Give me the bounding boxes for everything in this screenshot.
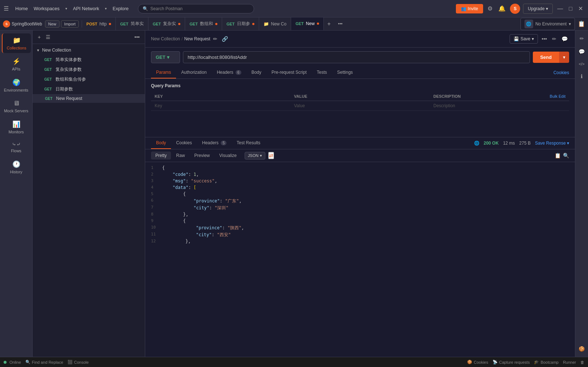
tab-tests[interactable]: Tests <box>312 67 332 78</box>
tab-get-date[interactable]: GET 日期参 <box>222 17 259 31</box>
copy-response-button[interactable]: 📋 <box>555 153 561 158</box>
tab-label: New <box>306 21 315 26</box>
request-tabs: Params Authorization Headers 6 Body Pre-… <box>145 67 575 79</box>
new-collection-button[interactable]: + <box>36 33 42 41</box>
invite-button[interactable]: 👥 Invite <box>456 4 483 13</box>
import-button[interactable]: Import <box>61 20 79 28</box>
menu-icon[interactable]: ☰ <box>4 5 9 12</box>
pencil-right-icon[interactable]: ✏ <box>577 33 586 44</box>
trash-button[interactable]: 🗑 <box>580 360 584 364</box>
save-response-button[interactable]: Save Response ▾ <box>535 141 569 146</box>
method-badge: GET <box>43 67 53 72</box>
method-badge: GET <box>43 57 53 62</box>
search-bar[interactable]: 🔍 Search Postman <box>138 4 254 13</box>
runner-button[interactable]: Runner <box>563 360 576 364</box>
comment-right-icon[interactable]: 💬 <box>576 47 587 57</box>
upgrade-button[interactable]: Upgrade ▾ <box>523 4 553 14</box>
list-item[interactable]: GET New Request <box>33 94 145 103</box>
panel-more-button[interactable]: ••• <box>133 33 141 41</box>
sidebar-item-history[interactable]: 🕐 History <box>2 157 31 177</box>
tab-add-button[interactable]: + <box>324 21 334 27</box>
share-link-icon[interactable]: 🔗 <box>220 35 229 43</box>
resp-tab-body[interactable]: Body <box>151 137 171 149</box>
list-item[interactable]: GET 简单实体参数 <box>33 55 145 65</box>
list-item[interactable]: GET 复杂实体参数 <box>33 65 145 74</box>
sidebar-item-flows[interactable]: ⤷⤶ Flows <box>2 138 31 156</box>
edit-name-icon[interactable]: ✏ <box>212 35 219 43</box>
save-button[interactable]: 💾 Save ▾ <box>510 34 538 44</box>
search-response-button[interactable]: 🔍 <box>563 153 569 158</box>
pencil-icon[interactable]: ✏ <box>551 35 558 43</box>
tab-more-button[interactable]: ••• <box>334 21 346 27</box>
tab-settings[interactable]: Settings <box>332 67 358 78</box>
tab-folder-newco[interactable]: 📁 New Co <box>259 17 291 31</box>
format-selector[interactable]: JSON ▾ <box>245 152 265 160</box>
notification-icon[interactable]: 🔔 <box>497 4 507 13</box>
code-right-icon[interactable]: </> <box>577 60 587 68</box>
online-status[interactable]: Online <box>4 360 21 364</box>
code-line: 12 }, <box>145 238 575 245</box>
nav-home[interactable]: Home <box>13 4 30 13</box>
console-button[interactable]: ⬛ Console <box>68 360 89 364</box>
window-close-icon[interactable]: ✕ <box>577 4 584 13</box>
value-input[interactable] <box>294 103 426 108</box>
body-tab-raw[interactable]: Raw <box>172 152 189 160</box>
cookie-right-icon[interactable]: 🍪 <box>576 344 587 354</box>
method-selector[interactable]: GET ▾ <box>151 51 180 63</box>
tab-params[interactable]: Params <box>151 67 176 78</box>
breadcrumb-collection[interactable]: New Collection <box>151 36 180 41</box>
body-tab-visualize[interactable]: Visualize <box>215 152 241 160</box>
tab-pre-request[interactable]: Pre-request Script <box>266 67 312 78</box>
nav-explore[interactable]: Explore <box>110 4 131 13</box>
more-options-button[interactable]: ••• <box>540 35 548 43</box>
url-input[interactable] <box>183 51 530 63</box>
filter-button[interactable]: ☰ <box>44 33 52 41</box>
invite-icon: 👥 <box>461 6 466 11</box>
list-item[interactable]: GET 数组和集合传参 <box>33 74 145 84</box>
tab-authorization[interactable]: Authorization <box>176 67 212 78</box>
sidebar-mock-label: Mock Servers <box>4 109 28 113</box>
capture-requests-button[interactable]: 📡 Capture requests <box>493 360 530 364</box>
comment-icon[interactable]: 💬 <box>560 35 569 43</box>
send-dropdown-button[interactable]: ▾ <box>559 52 569 63</box>
new-button[interactable]: New <box>45 20 60 28</box>
tab-headers[interactable]: Headers 6 <box>212 67 246 78</box>
window-maximize-icon[interactable]: □ <box>567 4 574 13</box>
resp-tab-headers[interactable]: Headers 5 <box>197 137 232 149</box>
resp-tab-cookies[interactable]: Cookies <box>171 137 197 149</box>
environment-panel-toggle[interactable]: 📋 <box>576 19 587 29</box>
tab-post-http[interactable]: POST http <box>82 17 116 31</box>
wrap-button[interactable]: ⇄ <box>268 152 274 159</box>
bootcamp-button[interactable]: 🎓 Bootcamp <box>534 360 559 364</box>
body-tab-preview[interactable]: Preview <box>190 152 214 160</box>
response-size: 275 B <box>519 141 531 146</box>
tab-get-complex[interactable]: GET 复杂实 <box>148 17 185 31</box>
sidebar-item-environments[interactable]: 🌍 Environments <box>2 76 31 95</box>
resp-tab-test-results[interactable]: Test Results <box>232 137 265 149</box>
description-input[interactable] <box>433 103 565 108</box>
nav-workspaces[interactable]: Workspaces <box>32 4 62 13</box>
bootcamp-icon: 🎓 <box>534 360 539 364</box>
sidebar-item-apis[interactable]: ⚡ APIs <box>2 55 31 74</box>
find-replace-button[interactable]: 🔍 Find and Replace <box>25 360 63 364</box>
body-tab-pretty[interactable]: Pretty <box>151 152 171 160</box>
window-minimize-icon[interactable]: — <box>556 4 564 13</box>
tab-get-new[interactable]: GET New <box>291 17 324 31</box>
send-button[interactable]: Send <box>533 52 559 63</box>
list-item[interactable]: GET 日期参数 <box>33 84 145 94</box>
collection-header[interactable]: ▼ New Collection <box>33 45 145 55</box>
sidebar-item-collections[interactable]: 📁 Collections <box>2 33 31 53</box>
settings-icon[interactable]: ⚙ <box>486 4 494 13</box>
environment-selector[interactable]: 🌐 No Environment ▾ <box>520 18 575 30</box>
tab-body[interactable]: Body <box>246 67 266 78</box>
info-right-icon[interactable]: ℹ <box>579 71 585 81</box>
tab-get-simple[interactable]: GET 简单实 <box>116 17 148 31</box>
tab-get-array[interactable]: GET 数组和 <box>185 17 222 31</box>
sidebar-item-monitors[interactable]: 📊 Monitors <box>2 117 31 137</box>
cookies-link[interactable]: Cookies <box>554 70 569 75</box>
nav-api-network[interactable]: API Network <box>71 4 101 13</box>
bulk-edit-button[interactable]: Bulk Edit <box>550 94 565 98</box>
sidebar-item-mock-servers[interactable]: 🖥 Mock Servers <box>2 97 31 116</box>
key-input[interactable] <box>155 103 287 108</box>
cookies-status-button[interactable]: 🍪 Cookies <box>467 360 488 364</box>
